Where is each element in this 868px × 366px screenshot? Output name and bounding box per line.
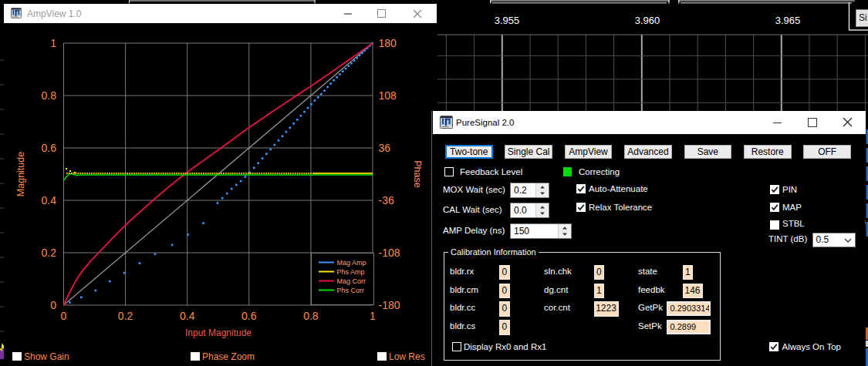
svg-text:0.8: 0.8 (303, 310, 319, 322)
svg-text:-36: -36 (379, 194, 394, 207)
svg-text:Phase: Phase (412, 160, 423, 187)
svg-text:0.4: 0.4 (42, 194, 57, 207)
svg-text:180: 180 (379, 37, 397, 49)
svg-text:Phs Corr: Phs Corr (337, 287, 365, 294)
svg-text:Mag Corr: Mag Corr (337, 277, 366, 285)
svg-text:-108: -108 (379, 247, 400, 259)
svg-text:0.2: 0.2 (118, 310, 133, 322)
svg-text:Magnitude: Magnitude (15, 152, 26, 196)
svg-text:1: 1 (370, 310, 376, 322)
svg-text:0.8: 0.8 (42, 89, 57, 102)
svg-text:-180: -180 (379, 299, 400, 311)
svg-text:0.6: 0.6 (42, 142, 57, 154)
svg-text:Input Magnitude: Input Magnitude (185, 327, 252, 338)
svg-text:0: 0 (50, 299, 56, 311)
svg-text:Phs Amp: Phs Amp (337, 268, 365, 276)
svg-text:36: 36 (379, 142, 391, 154)
svg-text:Mag Amp: Mag Amp (337, 259, 366, 267)
svg-text:1: 1 (50, 37, 56, 49)
svg-text:0.4: 0.4 (180, 310, 195, 322)
svg-text:0: 0 (61, 310, 67, 322)
svg-text:108: 108 (379, 89, 397, 102)
svg-text:0.2: 0.2 (42, 247, 57, 259)
svg-text:0.6: 0.6 (241, 310, 257, 322)
